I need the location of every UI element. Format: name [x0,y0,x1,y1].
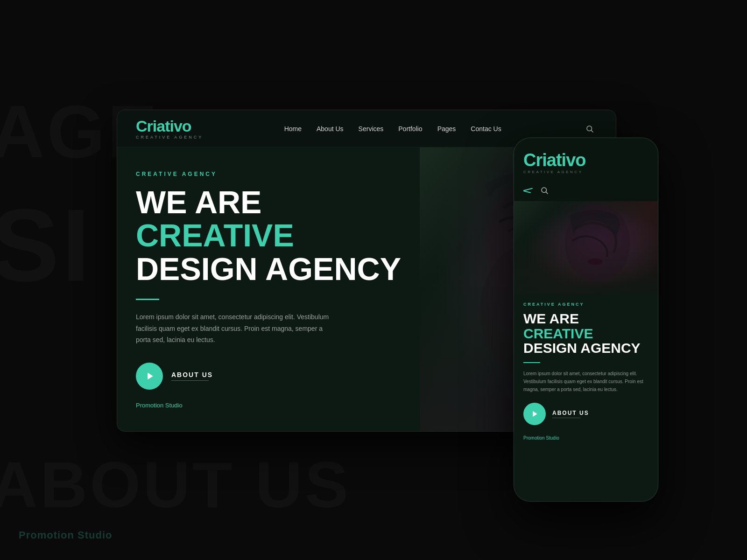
mobile-about-text: ABOUT US [552,410,589,416]
mobile-search-icon [540,186,549,195]
hero-title: WE ARE CREATIVE DESIGN AGENCY [136,186,407,286]
mobile-about-underline [552,418,580,418]
svg-marker-13 [533,411,537,417]
mobile-title-prefix: WE ARE [523,311,579,326]
mobile-title: WE ARE CREATIVE DESIGN AGENCY [523,311,648,356]
search-icon [585,125,594,133]
nav-item-pages[interactable]: Pages [437,125,456,133]
watermark: Promotion Studio [19,529,113,541]
hamburger-menu[interactable] [523,189,533,192]
mobile-play-icon [531,410,539,418]
mobile-agency-label: CREATIVE AGENCY [523,302,648,307]
svg-marker-7 [148,372,153,379]
svg-point-0 [587,126,592,131]
play-button[interactable] [136,363,163,390]
mobile-search-button[interactable] [540,186,549,195]
about-us-text: ABOUT US [171,371,213,378]
svg-point-8 [542,188,547,193]
hero-divider [136,299,159,300]
mobile-hero-image [514,201,658,294]
nav-item-portfolio[interactable]: Portfolio [398,125,422,133]
cta-row: ABOUT US [136,363,213,390]
play-icon [146,371,155,381]
mobile-content: CREATIVE AGENCY WE ARE CREATIVE DESIGN A… [514,294,658,448]
nav-item-services[interactable]: Services [359,125,384,133]
about-us-underline [171,380,209,381]
nav-item-about[interactable]: About Us [317,125,344,133]
brand-tagline: CREATIVE AGENCY [136,135,203,140]
bg-text-si: SI [0,187,92,305]
mobile-about-label: ABOUT US [552,410,589,418]
mobile-nav-icons [514,182,658,201]
mobile-title-highlight: CREATIVE [523,326,593,341]
nav-item-home[interactable]: Home [284,125,302,133]
hero-description: Lorem ipsum dolor sit amet, consectetur … [136,311,332,346]
agency-label: CREATIVE AGENCY [136,171,407,177]
mobile-title-line2: DESIGN AGENCY [523,340,641,356]
mobile-brand-tagline: CREATIVE AGENCY [523,170,648,174]
about-us-label: ABOUT US [171,371,213,381]
hero-content: CREATIVE AGENCY WE ARE CREATIVE DESIGN A… [136,171,407,413]
svg-line-1 [591,130,593,132]
mobile-mockup: Criativo CREATIVE AGENCY [514,138,658,502]
logo: Criativo CREATIVE AGENCY [136,118,203,140]
mobile-play-button[interactable] [523,403,546,425]
svg-line-9 [546,192,548,194]
mobile-header: Criativo CREATIVE AGENCY [514,138,658,182]
nav-item-contact[interactable]: Contac Us [471,125,501,133]
mobile-hero-illustration [514,201,658,294]
bg-text-about: ABOUT US [0,447,351,523]
hero-cta: ABOUT US Promotion Studio [136,363,407,409]
mobile-cta-row: ABOUT US [523,403,589,425]
nav-links: Home About Us Services Portfolio Pages C… [284,125,501,133]
mobile-cta: ABOUT US Promotion Studio [523,403,648,441]
hero-title-highlight: CREATIVE [136,217,294,253]
promo-link[interactable]: Promotion Studio [136,402,183,409]
hero-title-line2: DESIGN AGENCY [136,251,401,287]
brand-name: Criativo [136,118,203,134]
mobile-brand-name: Criativo [523,151,648,169]
search-button[interactable] [582,121,597,136]
mobile-promo: Promotion Studio [523,435,559,441]
svg-point-12 [588,259,603,265]
hamburger-line-2 [523,190,531,193]
hero-title-prefix: WE ARE [136,184,261,220]
mobile-divider [523,362,540,363]
mobile-description: Lorem ipsum dolor sit amet, consectetur … [523,370,648,393]
main-wrapper: Criativo CREATIVE AGENCY Home About Us S… [117,110,630,450]
